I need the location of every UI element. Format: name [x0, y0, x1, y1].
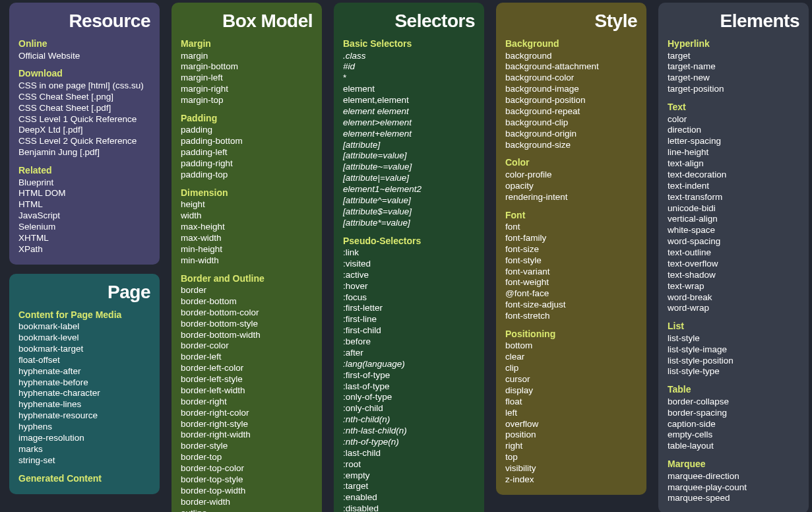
list-item[interactable]: :only-child [343, 403, 475, 414]
list-item[interactable]: text-overflow [668, 259, 799, 270]
list-item[interactable]: marquee-direction [668, 471, 799, 482]
list-item[interactable]: word-break [668, 292, 799, 304]
list-item[interactable]: border-right-width [181, 430, 313, 441]
list-item[interactable]: background [505, 51, 637, 62]
list-item[interactable]: Selenium [18, 222, 150, 233]
list-item[interactable]: :first-line [343, 314, 475, 325]
list-item[interactable]: margin-right [181, 84, 313, 95]
list-item[interactable]: element+element [343, 129, 475, 140]
list-item[interactable]: left [505, 408, 637, 419]
list-item[interactable]: element [343, 84, 475, 95]
list-item[interactable]: target-position [668, 84, 799, 95]
list-item[interactable]: :before [343, 336, 475, 348]
list-item[interactable]: border-left [181, 352, 313, 363]
list-item[interactable]: hyphenate-lines [18, 399, 150, 410]
list-item[interactable]: font-stretch [505, 311, 637, 322]
list-item[interactable]: border-right-style [181, 419, 313, 430]
list-item[interactable]: :first-of-type [343, 370, 475, 381]
list-item[interactable]: background-position [505, 95, 637, 106]
list-item[interactable]: [attribute~=value] [343, 162, 475, 173]
list-item[interactable]: word-spacing [668, 236, 799, 247]
list-item[interactable]: padding-right [181, 158, 313, 170]
list-item[interactable]: margin-left [181, 73, 313, 84]
list-item[interactable]: font [505, 222, 637, 233]
list-item[interactable]: [attribute$=value] [343, 207, 475, 218]
list-item[interactable]: font-variant [505, 267, 637, 278]
list-item[interactable]: target-new [668, 73, 799, 84]
list-item[interactable]: float-offset [18, 355, 150, 366]
list-item[interactable]: clear [505, 352, 637, 363]
list-item[interactable]: [attribute*=value] [343, 218, 475, 229]
list-item[interactable]: font-size-adjust [505, 300, 637, 311]
list-item[interactable]: hyphenate-before [18, 377, 150, 389]
list-item[interactable]: border [181, 285, 313, 296]
list-item[interactable]: bookmark-level [18, 333, 150, 344]
list-item[interactable]: white-space [668, 225, 799, 236]
list-item[interactable]: border-bottom [181, 296, 313, 307]
list-item[interactable]: Official Website [18, 51, 150, 62]
list-item[interactable]: element,element [343, 95, 475, 106]
list-item[interactable]: marks [18, 444, 150, 455]
list-item[interactable]: * [343, 73, 475, 84]
list-item[interactable]: element1~element2 [343, 184, 475, 195]
list-item[interactable]: hyphens [18, 422, 150, 433]
list-item[interactable]: Blueprint [18, 177, 150, 189]
list-item[interactable]: bookmark-label [18, 321, 150, 333]
list-item[interactable]: min-height [181, 244, 313, 255]
list-item[interactable]: vertical-align [668, 214, 799, 225]
list-item[interactable]: bookmark-target [18, 344, 150, 355]
list-item[interactable]: :hover [343, 281, 475, 292]
list-item[interactable]: border-width [181, 497, 313, 508]
list-item[interactable]: caption-side [668, 419, 799, 430]
list-item[interactable]: :first-child [343, 325, 475, 336]
list-item[interactable]: JavaScript [18, 210, 150, 222]
list-item[interactable]: list-style [668, 333, 799, 344]
list-item[interactable]: border-left-width [181, 385, 313, 397]
list-item[interactable]: target-name [668, 61, 799, 73]
list-item[interactable]: text-wrap [668, 281, 799, 292]
list-item[interactable]: marquee-play-count [668, 482, 799, 494]
list-item[interactable]: opacity [505, 181, 637, 192]
list-item[interactable]: border-collapse [668, 397, 799, 408]
list-item[interactable]: :link [343, 247, 475, 259]
list-item[interactable]: CSS Level 2 Quick Reference Benjamin Jun… [18, 136, 150, 158]
list-item[interactable]: position [505, 430, 637, 441]
list-item[interactable]: @font-face [505, 288, 637, 300]
list-item[interactable]: border-bottom-width [181, 330, 313, 341]
list-item[interactable]: .class [343, 51, 475, 62]
list-item[interactable]: margin [181, 51, 313, 62]
list-item[interactable]: line-height [668, 147, 799, 158]
list-item[interactable]: element>element [343, 117, 475, 129]
list-item[interactable]: background-image [505, 84, 637, 95]
list-item[interactable]: color-profile [505, 170, 637, 181]
list-item[interactable]: :focus [343, 292, 475, 304]
list-item[interactable]: padding-top [181, 170, 313, 181]
list-item[interactable]: direction [668, 125, 799, 136]
list-item[interactable]: max-width [181, 233, 313, 244]
list-item[interactable]: padding-bottom [181, 136, 313, 147]
list-item[interactable]: list-style-type [668, 366, 799, 377]
list-item[interactable]: target [668, 51, 799, 62]
list-item[interactable]: border-spacing [668, 408, 799, 419]
list-item[interactable]: font-style [505, 255, 637, 267]
list-item[interactable]: background-attachment [505, 61, 637, 73]
list-item[interactable]: font-weight [505, 277, 637, 288]
list-item[interactable]: [attribute=value] [343, 150, 475, 162]
list-item[interactable]: :active [343, 270, 475, 281]
list-item[interactable]: marquee-speed [668, 493, 799, 504]
list-item[interactable]: background-clip [505, 117, 637, 129]
list-item[interactable]: word-wrap [668, 303, 799, 314]
list-item[interactable]: [attribute|=value] [343, 173, 475, 184]
list-item[interactable]: right [505, 441, 637, 452]
list-item[interactable]: background-origin [505, 129, 637, 140]
list-item[interactable]: border-top-width [181, 486, 313, 497]
list-item[interactable]: XPath [18, 244, 150, 255]
list-item[interactable]: CSS Level 1 Quick Reference DeepX Ltd [.… [18, 114, 150, 137]
list-item[interactable]: border-left-color [181, 363, 313, 374]
list-item[interactable]: font-size [505, 244, 637, 255]
list-item[interactable]: image-resolution [18, 433, 150, 444]
list-item[interactable]: height [181, 199, 313, 210]
list-item[interactable]: :nth-last-child(n) [343, 426, 475, 437]
list-item[interactable]: CSS Cheat Sheet [.pdf] [18, 103, 150, 114]
list-item[interactable]: text-indent [668, 181, 799, 192]
